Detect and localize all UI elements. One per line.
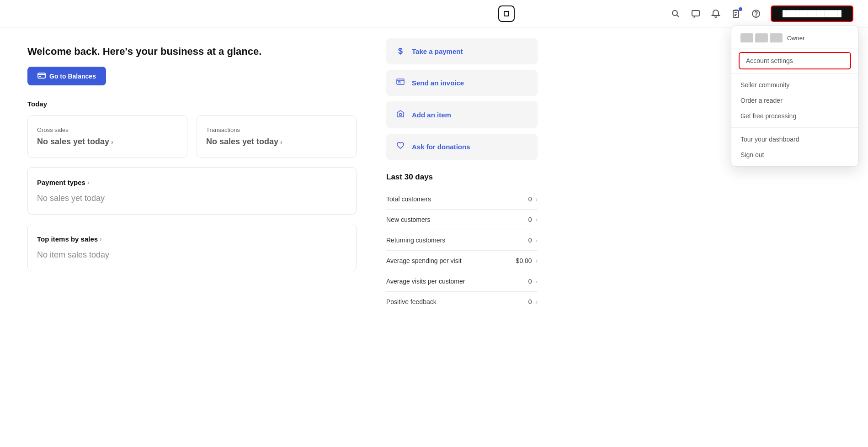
welcome-heading: Welcome back. Here's your business at a … <box>27 46 357 58</box>
metric-chevron-2: › <box>536 237 538 244</box>
add-item-label: Add an item <box>412 111 451 119</box>
take-payment-label: Take a payment <box>412 47 463 55</box>
svg-rect-10 <box>39 76 41 77</box>
left-content: Welcome back. Here's your business at a … <box>0 27 375 447</box>
square-logo-inner <box>504 11 509 16</box>
top-items-chevron: › <box>100 236 101 242</box>
metric-row-total-customers[interactable]: Total customers 0 › <box>386 189 538 210</box>
metric-chevron-4: › <box>536 278 538 285</box>
today-label: Today <box>27 100 357 108</box>
dropdown-item-free-processing[interactable]: Get free processing <box>731 108 858 124</box>
avatar-1 <box>740 33 753 42</box>
dropdown-menu: Owner Account settings Seller community … <box>731 26 859 167</box>
avatar-3 <box>770 33 783 42</box>
top-items-title[interactable]: Top items by sales › <box>37 235 347 243</box>
metric-name-5: Positive feedback <box>386 298 437 305</box>
metric-name-2: Returning customers <box>386 237 445 244</box>
square-logo <box>498 5 515 22</box>
metric-name-1: New customers <box>386 216 430 223</box>
payment-types-empty: No sales yet today <box>37 194 347 203</box>
metric-row-avg-visits[interactable]: Average visits per customer 0 › <box>386 271 538 292</box>
svg-point-8 <box>756 16 756 16</box>
metric-right-1: 0 › <box>528 216 538 223</box>
svg-line-1 <box>677 15 679 17</box>
last30-section: Last 30 days Total customers 0 › New cus… <box>386 173 538 312</box>
metric-right-5: 0 › <box>528 298 538 305</box>
send-invoice-label: Send an invoice <box>412 79 464 87</box>
metric-right-2: 0 › <box>528 237 538 244</box>
quick-action-send-invoice[interactable]: Send an invoice <box>386 70 538 96</box>
logo-area <box>342 5 670 22</box>
dropdown-item-order-reader[interactable]: Order a reader <box>731 93 858 108</box>
profile-button[interactable]: ██████████████ <box>771 5 853 22</box>
add-item-icon <box>395 110 405 120</box>
right-panel: $ Take a payment Send an invoice <box>375 27 548 447</box>
svg-point-0 <box>672 11 677 16</box>
quick-action-take-payment[interactable]: $ Take a payment <box>386 38 538 64</box>
quick-action-add-item[interactable]: Add an item <box>386 101 538 128</box>
take-payment-icon: $ <box>395 47 405 56</box>
help-icon[interactable] <box>751 8 761 19</box>
metrics-list: Total customers 0 › New customers 0 › Re… <box>386 189 538 312</box>
go-to-balances-label: Go to Balances <box>49 73 96 80</box>
metric-row-new-customers[interactable]: New customers 0 › <box>386 210 538 230</box>
metric-right-3: $0.00 › <box>516 257 538 264</box>
metric-row-returning-customers[interactable]: Returning customers 0 › <box>386 230 538 251</box>
metric-chevron-3: › <box>536 258 538 264</box>
send-invoice-icon <box>395 78 405 88</box>
metric-value-5: 0 <box>528 298 532 305</box>
account-settings-item[interactable]: Account settings <box>739 52 851 69</box>
go-to-balances-button[interactable]: Go to Balances <box>27 67 106 85</box>
bell-icon[interactable] <box>710 8 721 19</box>
dropdown-profile-section: Owner <box>731 33 858 48</box>
top-items-card: Top items by sales › No item sales today <box>27 224 357 271</box>
payment-types-card: Payment types › No sales yet today <box>27 167 357 215</box>
svg-point-15 <box>399 114 402 116</box>
chat-icon[interactable] <box>690 8 701 19</box>
dropdown-item-sign-out[interactable]: Sign out <box>731 147 858 163</box>
divider-1 <box>731 73 858 74</box>
payment-types-chevron: › <box>87 179 89 186</box>
dropdown-item-tour-dashboard[interactable]: Tour your dashboard <box>731 131 858 147</box>
balances-icon <box>37 72 46 80</box>
metric-right-0: 0 › <box>528 195 538 203</box>
notification-badge <box>739 7 742 11</box>
last30-label: Last 30 days <box>386 173 538 182</box>
owner-label: Owner <box>787 35 804 42</box>
metric-name-4: Average visits per customer <box>386 278 465 285</box>
search-icon[interactable] <box>670 8 681 19</box>
ask-donations-icon <box>395 142 405 152</box>
top-items-empty: No item sales today <box>37 250 347 260</box>
metric-value-4: 0 <box>528 278 532 285</box>
metric-name-0: Total customers <box>386 195 431 203</box>
metric-row-positive-feedback[interactable]: Positive feedback 0 › <box>386 292 538 312</box>
svg-rect-9 <box>38 73 45 78</box>
ask-donations-label: Ask for donations <box>412 143 470 151</box>
transactions-chevron: › <box>280 138 282 146</box>
gross-sales-card[interactable]: Gross sales No sales yet today › <box>27 115 187 158</box>
gross-sales-value: No sales yet today › <box>37 137 178 147</box>
payment-types-title[interactable]: Payment types › <box>37 179 347 186</box>
stats-row: Gross sales No sales yet today › Transac… <box>27 115 357 158</box>
gross-sales-label: Gross sales <box>37 126 178 133</box>
metric-row-avg-spending[interactable]: Average spending per visit $0.00 › <box>386 251 538 271</box>
metric-chevron-5: › <box>536 299 538 305</box>
metric-chevron-1: › <box>536 216 538 223</box>
gross-sales-chevron: › <box>111 138 113 146</box>
profile-avatars <box>740 33 783 42</box>
clipboard-icon[interactable] <box>730 8 741 19</box>
quick-action-ask-donations[interactable]: Ask for donations <box>386 134 538 160</box>
avatar-2 <box>755 33 768 42</box>
transactions-label: Transactions <box>206 126 347 133</box>
top-navigation: ██████████████ Owner Account settings Se… <box>0 0 868 27</box>
metric-value-1: 0 <box>528 216 532 223</box>
transactions-card[interactable]: Transactions No sales yet today › <box>197 115 357 158</box>
metric-value-2: 0 <box>528 237 532 244</box>
topnav-right: ██████████████ <box>670 5 853 22</box>
quick-actions-list: $ Take a payment Send an invoice <box>386 38 538 160</box>
dropdown-item-seller-community[interactable]: Seller community <box>731 77 858 93</box>
metric-name-3: Average spending per visit <box>386 257 462 264</box>
metric-value-0: 0 <box>528 195 532 203</box>
metric-chevron-0: › <box>536 196 538 203</box>
divider-2 <box>731 127 858 128</box>
